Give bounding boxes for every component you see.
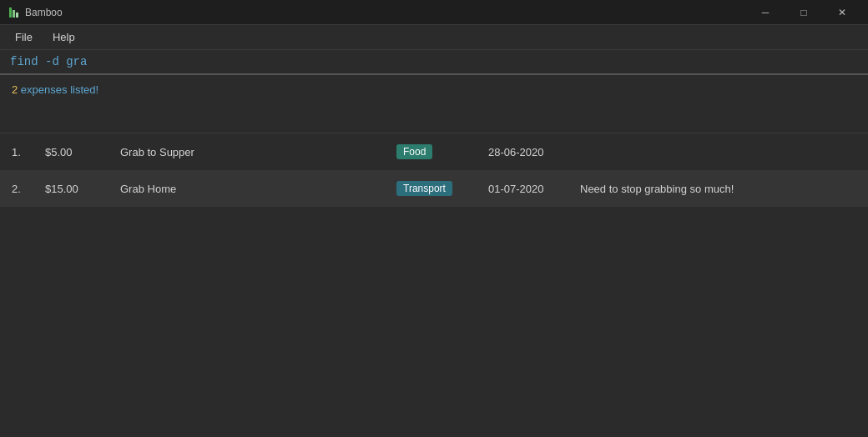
row-category: Food bbox=[396, 144, 488, 159]
row-description: Grab to Supper bbox=[120, 146, 396, 158]
output-text: 2 expenses listed! bbox=[12, 83, 856, 96]
app-icon bbox=[7, 6, 20, 19]
menu-help[interactable]: Help bbox=[44, 28, 83, 47]
results-table: 1. $5.00 Grab to Supper Food 28-06-2020 … bbox=[0, 133, 868, 207]
row-date: 28-06-2020 bbox=[488, 146, 580, 158]
close-button[interactable]: ✕ bbox=[823, 0, 861, 25]
svg-rect-2 bbox=[16, 13, 18, 18]
row-notes: Need to stop grabbing so much! bbox=[580, 183, 856, 195]
maximize-button[interactable]: □ bbox=[785, 0, 823, 25]
command-input[interactable] bbox=[10, 55, 858, 68]
row-index: 2. bbox=[12, 183, 45, 195]
row-amount: $15.00 bbox=[45, 183, 120, 195]
row-date: 01-07-2020 bbox=[488, 183, 580, 195]
svg-rect-1 bbox=[13, 10, 15, 18]
title-bar-controls: ─ □ ✕ bbox=[746, 0, 861, 25]
svg-rect-0 bbox=[9, 8, 12, 18]
menu-file[interactable]: File bbox=[7, 28, 41, 47]
output-count: 2 bbox=[12, 83, 18, 96]
output-rest: listed! bbox=[70, 83, 98, 96]
category-badge-food: Food bbox=[396, 144, 432, 159]
row-category: Transport bbox=[396, 181, 488, 196]
row-index: 1. bbox=[12, 146, 45, 158]
command-area bbox=[0, 50, 868, 75]
category-badge-transport: Transport bbox=[396, 181, 452, 196]
title-bar: Bamboo ─ □ ✕ bbox=[0, 0, 868, 25]
row-description: Grab Home bbox=[120, 183, 396, 195]
menu-bar: File Help bbox=[0, 25, 868, 50]
minimize-button[interactable]: ─ bbox=[746, 0, 785, 25]
app-title: Bamboo bbox=[25, 7, 63, 18]
table-row: 1. $5.00 Grab to Supper Food 28-06-2020 bbox=[0, 133, 868, 170]
output-area: 2 expenses listed! bbox=[0, 75, 868, 133]
table-row: 2. $15.00 Grab Home Transport 01-07-2020… bbox=[0, 170, 868, 207]
title-bar-left: Bamboo bbox=[7, 6, 63, 19]
row-amount: $5.00 bbox=[45, 146, 120, 158]
output-word: expenses bbox=[21, 83, 70, 96]
